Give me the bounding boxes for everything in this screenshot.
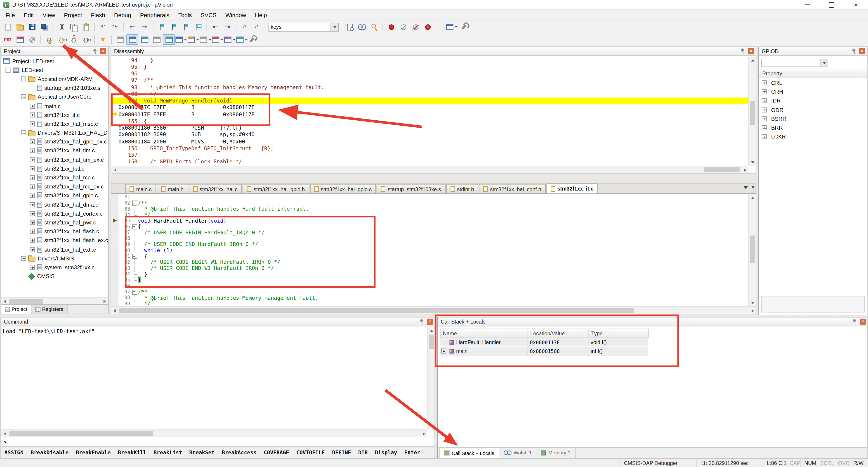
tree-item[interactable]: main.c bbox=[1, 101, 108, 110]
fold-marker[interactable] bbox=[132, 289, 138, 295]
redo-button[interactable]: ↷ bbox=[109, 22, 121, 32]
disassembly-hscrollbar[interactable] bbox=[111, 166, 748, 173]
editor-tab[interactable]: stm32f1xx_hal_conf.h bbox=[479, 184, 546, 194]
tree-expander-icon[interactable] bbox=[30, 265, 35, 270]
command-button[interactable]: Enter bbox=[404, 449, 420, 455]
step-out-button[interactable]: {} bbox=[68, 34, 80, 45]
command-button[interactable]: DEFINE bbox=[332, 449, 351, 455]
fold-marker[interactable] bbox=[132, 194, 138, 200]
combobox-dropdown-icon[interactable] bbox=[820, 59, 828, 66]
tree-item[interactable]: stm32f1xx_it.c bbox=[1, 110, 108, 119]
fold-marker[interactable] bbox=[132, 295, 138, 300]
call-stack-window-toggle[interactable] bbox=[163, 34, 175, 45]
combobox-dropdown-icon[interactable] bbox=[331, 23, 338, 31]
fold-marker[interactable] bbox=[132, 200, 138, 206]
tab-list-dropdown-icon[interactable] bbox=[743, 186, 748, 189]
comment-selection-button[interactable]: // bbox=[239, 22, 251, 32]
pin-icon[interactable] bbox=[852, 319, 857, 325]
disassembly-window-toggle[interactable] bbox=[126, 34, 138, 45]
editor-margin[interactable] bbox=[111, 224, 119, 229]
disassembly-content[interactable]: 94: } 95: } 96: 97: /** bbox=[111, 57, 748, 166]
fold-marker[interactable] bbox=[132, 271, 138, 277]
command-vscrollbar[interactable] bbox=[428, 327, 435, 430]
fold-marker[interactable] bbox=[132, 224, 138, 229]
tree-item[interactable]: stm32f1xx_hal_tim.c bbox=[1, 146, 108, 155]
fold-marker[interactable] bbox=[132, 247, 138, 253]
tree-expander-icon[interactable] bbox=[30, 139, 35, 144]
editor-margin[interactable] bbox=[111, 235, 119, 241]
serial-window-toggle[interactable] bbox=[199, 34, 212, 45]
editor-tab[interactable]: main.c bbox=[125, 184, 156, 194]
tree-item[interactable]: stm32f1xx_hal_msp.c bbox=[1, 119, 108, 128]
expand-icon[interactable] bbox=[762, 89, 767, 94]
menu-item[interactable]: Help bbox=[250, 10, 271, 20]
editor-tab[interactable]: stm32f1xx_hal_gpio.c bbox=[310, 184, 376, 194]
unindent-button[interactable]: ⇤ bbox=[209, 22, 221, 32]
navigate-back-button[interactable]: ← bbox=[126, 22, 138, 32]
fold-marker[interactable] bbox=[132, 229, 138, 235]
editor-margin[interactable] bbox=[111, 277, 119, 283]
editor-margin[interactable] bbox=[111, 247, 119, 253]
menu-item[interactable]: File bbox=[1, 10, 20, 20]
fold-marker[interactable] bbox=[132, 218, 138, 224]
fold-marker[interactable] bbox=[132, 235, 138, 241]
expand-icon[interactable] bbox=[762, 116, 767, 121]
editor-margin[interactable] bbox=[111, 271, 119, 277]
step-over-button[interactable]: {} bbox=[55, 34, 68, 45]
table-row[interactable]: main 0x08001508 int f() bbox=[440, 347, 648, 356]
indent-button[interactable]: ⇥ bbox=[221, 22, 234, 32]
insert-remove-breakpoint-button[interactable] bbox=[385, 22, 397, 32]
expand-icon[interactable] bbox=[762, 98, 767, 103]
panel-tab[interactable]: Memory 1 bbox=[537, 448, 575, 458]
editor-vscrollbar[interactable] bbox=[748, 194, 756, 307]
memory-window-toggle[interactable] bbox=[187, 34, 199, 45]
tree-item[interactable]: Drivers/STM32F1xx_HAL_Driver bbox=[1, 128, 108, 137]
code-editor[interactable]: 81 82 /** 83 * @brief This function hand… bbox=[111, 194, 756, 307]
tree-expander-icon[interactable] bbox=[30, 238, 35, 243]
save-all-button[interactable] bbox=[38, 22, 51, 32]
editor-margin[interactable] bbox=[111, 253, 119, 259]
analysis-window-toggle[interactable] bbox=[212, 34, 224, 45]
tree-expander-icon[interactable] bbox=[30, 112, 35, 117]
registers-window-toggle[interactable] bbox=[151, 34, 163, 45]
expand-icon[interactable] bbox=[762, 135, 767, 139]
close-button[interactable] bbox=[844, 0, 868, 9]
register-row[interactable]: IDR bbox=[759, 96, 867, 105]
command-button[interactable]: BreakSet bbox=[189, 449, 215, 455]
editor-margin[interactable] bbox=[111, 218, 119, 224]
editor-tab[interactable]: stm32f1xx_hal_gpio.h bbox=[243, 184, 309, 194]
menu-item[interactable]: Edit bbox=[20, 10, 38, 20]
navigate-forward-button[interactable]: → bbox=[138, 22, 151, 32]
menu-item[interactable]: Window bbox=[221, 10, 251, 20]
editor-margin[interactable] bbox=[111, 200, 119, 206]
stop-execution-button[interactable] bbox=[26, 34, 38, 45]
close-icon[interactable] bbox=[748, 48, 754, 54]
debug-toolbox-button[interactable] bbox=[248, 34, 260, 45]
tree-expander-icon[interactable] bbox=[30, 211, 35, 216]
fold-marker[interactable] bbox=[132, 212, 138, 218]
pin-icon[interactable] bbox=[419, 319, 425, 325]
editor-hscrollbar[interactable] bbox=[111, 307, 756, 314]
editor-tab[interactable]: stdint.h bbox=[446, 184, 478, 194]
step-into-button[interactable]: {} bbox=[43, 34, 55, 45]
tree-item[interactable]: LED-test bbox=[1, 65, 108, 75]
enable-disable-breakpoint-button[interactable] bbox=[397, 22, 410, 32]
tree-item[interactable]: stm32f1xx_hal_gpio_ex.c bbox=[1, 137, 108, 146]
command-button[interactable]: BreakEnable bbox=[76, 449, 111, 455]
save-button[interactable] bbox=[26, 22, 38, 32]
command-button[interactable]: DIR bbox=[358, 449, 368, 455]
paste-button[interactable] bbox=[80, 22, 92, 32]
table-row[interactable]: HardFault_Handler 0x0800117E void f() bbox=[440, 338, 648, 347]
tree-item[interactable]: stm32f1xx_hal_exti.c bbox=[1, 245, 108, 254]
command-button[interactable]: Display bbox=[375, 449, 397, 455]
editor-margin[interactable] bbox=[111, 265, 119, 271]
register-row[interactable]: LCKR bbox=[759, 133, 867, 141]
tree-item[interactable]: Project: LED-test bbox=[1, 57, 108, 66]
editor-tab[interactable]: stm32f1xx_it.c bbox=[546, 183, 598, 194]
find-button[interactable] bbox=[356, 22, 368, 32]
disassembly-vscrollbar[interactable] bbox=[748, 57, 756, 166]
tree-expander-icon[interactable] bbox=[30, 202, 35, 207]
tree-item[interactable]: stm32f1xx_hal.c bbox=[1, 164, 108, 173]
tree-expander-icon[interactable] bbox=[30, 148, 35, 153]
column-header-location[interactable]: Location/Value bbox=[528, 329, 589, 338]
